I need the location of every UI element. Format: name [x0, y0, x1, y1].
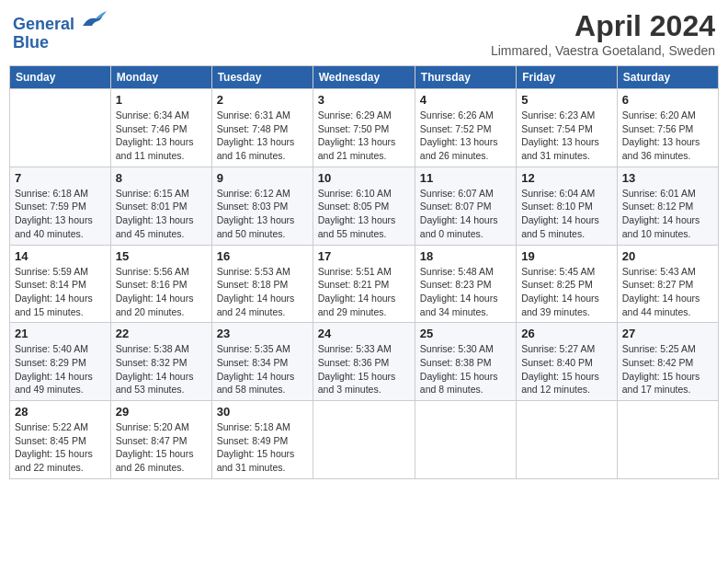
day-header-friday: Friday [517, 66, 618, 89]
day-info: Sunrise: 5:56 AMSunset: 8:16 PMDaylight:… [116, 265, 207, 319]
day-number: 29 [116, 405, 207, 419]
calendar-cell: 2Sunrise: 6:31 AMSunset: 7:48 PMDaylight… [211, 89, 313, 167]
title-block: April 2024 Limmared, Vaestra Goetaland, … [491, 9, 715, 58]
logo-bird-icon [81, 9, 107, 29]
day-number: 26 [521, 327, 612, 340]
day-number: 16 [217, 249, 308, 263]
week-row-1: 1Sunrise: 6:34 AMSunset: 7:46 PMDaylight… [10, 89, 719, 167]
calendar-cell: 21Sunrise: 5:40 AMSunset: 8:29 PMDayligh… [10, 323, 111, 401]
day-header-wednesday: Wednesday [313, 66, 415, 89]
day-header-tuesday: Tuesday [211, 66, 313, 89]
day-info: Sunrise: 5:43 AMSunset: 8:27 PMDaylight:… [622, 265, 713, 319]
calendar-cell: 24Sunrise: 5:33 AMSunset: 8:36 PMDayligh… [313, 323, 415, 401]
day-number: 11 [420, 171, 511, 185]
day-info: Sunrise: 5:38 AMSunset: 8:32 PMDaylight:… [116, 342, 207, 396]
calendar-cell [313, 401, 415, 479]
day-number: 12 [521, 171, 612, 185]
day-info: Sunrise: 5:45 AMSunset: 8:25 PMDaylight:… [521, 265, 612, 319]
day-number: 28 [15, 405, 106, 419]
day-number: 5 [521, 93, 612, 107]
day-number: 9 [217, 171, 308, 185]
day-number: 8 [116, 171, 207, 185]
calendar-cell: 7Sunrise: 6:18 AMSunset: 7:59 PMDaylight… [10, 167, 111, 245]
calendar-cell: 22Sunrise: 5:38 AMSunset: 8:32 PMDayligh… [110, 323, 211, 401]
day-info: Sunrise: 6:15 AMSunset: 8:01 PMDaylight:… [116, 187, 207, 241]
calendar-cell: 12Sunrise: 6:04 AMSunset: 8:10 PMDayligh… [517, 167, 618, 245]
calendar-cell [415, 401, 516, 479]
day-info: Sunrise: 6:04 AMSunset: 8:10 PMDaylight:… [521, 187, 612, 241]
calendar-cell: 9Sunrise: 6:12 AMSunset: 8:03 PMDaylight… [211, 167, 313, 245]
day-info: Sunrise: 5:51 AMSunset: 8:21 PMDaylight:… [318, 265, 410, 319]
page-header: General Blue April 2024 Limmared, Vaestr… [9, 9, 719, 58]
calendar-cell: 1Sunrise: 6:34 AMSunset: 7:46 PMDaylight… [110, 89, 211, 167]
calendar-cell: 26Sunrise: 5:27 AMSunset: 8:40 PMDayligh… [517, 323, 618, 401]
day-number: 1 [116, 93, 207, 107]
calendar-cell [517, 401, 618, 479]
day-number: 7 [15, 171, 106, 185]
calendar-cell: 27Sunrise: 5:25 AMSunset: 8:42 PMDayligh… [617, 323, 718, 401]
calendar-cell: 29Sunrise: 5:20 AMSunset: 8:47 PMDayligh… [110, 401, 211, 479]
calendar-cell: 18Sunrise: 5:48 AMSunset: 8:23 PMDayligh… [415, 245, 516, 323]
logo-text: General Blue [13, 9, 107, 52]
calendar-cell: 3Sunrise: 6:29 AMSunset: 7:50 PMDaylight… [313, 89, 415, 167]
day-info: Sunrise: 5:35 AMSunset: 8:34 PMDaylight:… [217, 342, 308, 396]
day-number: 25 [420, 327, 511, 340]
calendar-cell: 5Sunrise: 6:23 AMSunset: 7:54 PMDaylight… [517, 89, 618, 167]
calendar-cell: 25Sunrise: 5:30 AMSunset: 8:38 PMDayligh… [415, 323, 516, 401]
calendar-cell [617, 401, 718, 479]
calendar-cell: 17Sunrise: 5:51 AMSunset: 8:21 PMDayligh… [313, 245, 415, 323]
day-header-sunday: Sunday [10, 66, 111, 89]
day-number: 23 [217, 327, 308, 340]
calendar-cell: 28Sunrise: 5:22 AMSunset: 8:45 PMDayligh… [10, 401, 111, 479]
day-number: 10 [318, 171, 410, 185]
day-number: 20 [622, 249, 713, 263]
day-number: 3 [318, 93, 410, 107]
day-info: Sunrise: 5:18 AMSunset: 8:49 PMDaylight:… [217, 420, 308, 475]
day-info: Sunrise: 5:48 AMSunset: 8:23 PMDaylight:… [420, 265, 511, 319]
day-info: Sunrise: 5:25 AMSunset: 8:42 PMDaylight:… [622, 342, 713, 396]
month-title: April 2024 [491, 9, 715, 43]
day-info: Sunrise: 6:07 AMSunset: 8:07 PMDaylight:… [420, 187, 511, 241]
calendar-cell: 16Sunrise: 5:53 AMSunset: 8:18 PMDayligh… [211, 245, 313, 323]
calendar-cell [10, 89, 111, 167]
week-row-4: 21Sunrise: 5:40 AMSunset: 8:29 PMDayligh… [10, 323, 719, 401]
day-info: Sunrise: 5:33 AMSunset: 8:36 PMDaylight:… [318, 342, 410, 396]
day-info: Sunrise: 5:59 AMSunset: 8:14 PMDaylight:… [15, 265, 106, 319]
day-number: 21 [15, 327, 106, 340]
day-info: Sunrise: 5:27 AMSunset: 8:40 PMDaylight:… [521, 342, 612, 396]
day-header-thursday: Thursday [415, 66, 516, 89]
day-info: Sunrise: 5:20 AMSunset: 8:47 PMDaylight:… [116, 420, 207, 475]
calendar-cell: 13Sunrise: 6:01 AMSunset: 8:12 PMDayligh… [617, 167, 718, 245]
day-number: 13 [622, 171, 713, 185]
day-number: 22 [116, 327, 207, 340]
day-number: 18 [420, 249, 511, 263]
calendar-cell: 20Sunrise: 5:43 AMSunset: 8:27 PMDayligh… [617, 245, 718, 323]
day-info: Sunrise: 6:18 AMSunset: 7:59 PMDaylight:… [15, 187, 106, 241]
day-info: Sunrise: 6:23 AMSunset: 7:54 PMDaylight:… [521, 109, 612, 163]
calendar-cell: 4Sunrise: 6:26 AMSunset: 7:52 PMDaylight… [415, 89, 516, 167]
week-row-2: 7Sunrise: 6:18 AMSunset: 7:59 PMDaylight… [10, 167, 719, 245]
day-info: Sunrise: 5:22 AMSunset: 8:45 PMDaylight:… [15, 420, 106, 475]
calendar-cell: 23Sunrise: 5:35 AMSunset: 8:34 PMDayligh… [211, 323, 313, 401]
day-info: Sunrise: 6:12 AMSunset: 8:03 PMDaylight:… [217, 187, 308, 241]
calendar-cell: 11Sunrise: 6:07 AMSunset: 8:07 PMDayligh… [415, 167, 516, 245]
day-info: Sunrise: 5:30 AMSunset: 8:38 PMDaylight:… [420, 342, 511, 396]
day-info: Sunrise: 6:29 AMSunset: 7:50 PMDaylight:… [318, 109, 410, 163]
day-info: Sunrise: 5:53 AMSunset: 8:18 PMDaylight:… [217, 265, 308, 319]
day-info: Sunrise: 5:40 AMSunset: 8:29 PMDaylight:… [15, 342, 106, 396]
day-info: Sunrise: 6:31 AMSunset: 7:48 PMDaylight:… [217, 109, 308, 163]
day-number: 17 [318, 249, 410, 263]
day-number: 19 [521, 249, 612, 263]
day-number: 30 [217, 405, 308, 419]
day-number: 24 [318, 327, 410, 340]
day-info: Sunrise: 6:10 AMSunset: 8:05 PMDaylight:… [318, 187, 410, 241]
day-info: Sunrise: 6:01 AMSunset: 8:12 PMDaylight:… [622, 187, 713, 241]
calendar-cell: 8Sunrise: 6:15 AMSunset: 8:01 PMDaylight… [110, 167, 211, 245]
calendar-cell: 19Sunrise: 5:45 AMSunset: 8:25 PMDayligh… [517, 245, 618, 323]
calendar-body: 1Sunrise: 6:34 AMSunset: 7:46 PMDaylight… [10, 89, 719, 479]
week-row-5: 28Sunrise: 5:22 AMSunset: 8:45 PMDayligh… [10, 401, 719, 479]
calendar-cell: 15Sunrise: 5:56 AMSunset: 8:16 PMDayligh… [110, 245, 211, 323]
calendar-cell: 6Sunrise: 6:20 AMSunset: 7:56 PMDaylight… [617, 89, 718, 167]
days-header-row: SundayMondayTuesdayWednesdayThursdayFrid… [10, 66, 719, 89]
day-number: 27 [622, 327, 713, 340]
